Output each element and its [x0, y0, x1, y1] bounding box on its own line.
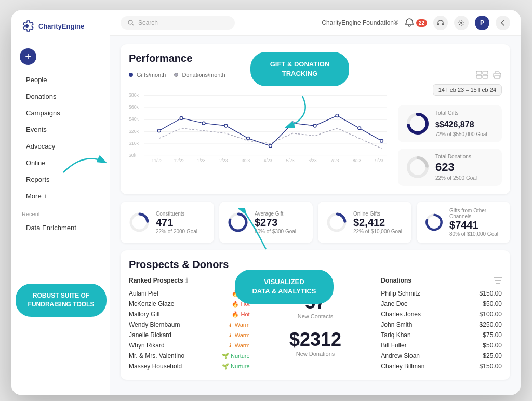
- svg-text:12/22: 12/22: [174, 158, 185, 163]
- constituents-label: Constituents: [156, 211, 197, 217]
- header-right: CharityEngine Foundation® 22: [322, 16, 510, 30]
- back-button[interactable]: [496, 16, 510, 30]
- svg-text:$80k: $80k: [129, 92, 139, 98]
- svg-point-32: [336, 114, 339, 117]
- profile-button[interactable]: P: [475, 16, 489, 30]
- grid-icon[interactable]: [476, 71, 488, 79]
- svg-point-27: [224, 124, 228, 127]
- notification-area[interactable]: 22: [405, 18, 427, 28]
- svg-text:2/23: 2/23: [219, 158, 228, 163]
- svg-line-2: [132, 24, 134, 25]
- sidebar-item-data-enrichment[interactable]: Data Enrichment: [16, 220, 105, 236]
- search-icon: [128, 20, 134, 26]
- svg-point-29: [269, 144, 272, 148]
- online-gifts-goal: 22% of $10,000 Goal: [353, 229, 402, 234]
- sidebar-item-online[interactable]: Online: [16, 155, 105, 171]
- total-gifts-goal: 72% of $550,000 Goal: [435, 131, 487, 137]
- donations-col-title: Donations: [381, 277, 411, 284]
- sidebar-item-people[interactable]: People: [16, 72, 105, 88]
- svg-rect-3: [437, 23, 439, 25]
- ranked-item-5: Whyn Rikard 🌡 Warm: [129, 340, 250, 351]
- sidebar-item-donations[interactable]: Donations: [16, 88, 105, 104]
- ranked-item-3: Wendy Biernbaum 🌡 Warm: [129, 319, 250, 330]
- ranked-item-7: Massey Household 🌱 Nurture: [129, 361, 250, 371]
- other-channels-goal: 80% of $10,000 Goal: [449, 231, 503, 237]
- back-icon: [499, 19, 507, 26]
- donation-item-0: Philip Schmitz $150.00: [381, 288, 502, 299]
- legend-gifts: Gifts/month: [129, 72, 166, 78]
- svg-text:11/22: 11/22: [152, 158, 163, 163]
- svg-point-24: [157, 129, 161, 132]
- donation-item-6: Andrew Sloan $25.00: [381, 351, 502, 361]
- svg-rect-4: [442, 23, 444, 25]
- other-channels-label: Gifts from Other Channels: [449, 208, 503, 219]
- sidebar-item-campaigns[interactable]: Campaigns: [16, 105, 105, 121]
- donations-donut: [405, 155, 430, 180]
- donation-item-7: Charley Billman $150.00: [381, 361, 502, 371]
- donations-col: Donations Philip Schmitz $150.00: [381, 277, 502, 371]
- sidebar-item-advocacy[interactable]: Advocacy: [16, 138, 105, 154]
- sidebar: CharityEngine + People Donations Campaig…: [11, 10, 110, 395]
- svg-text:$20k: $20k: [129, 129, 139, 134]
- legend-dot-gifts: [129, 73, 133, 77]
- search-bar[interactable]: Search: [121, 16, 235, 30]
- total-donations-label: Total Donations: [435, 154, 477, 159]
- other-channels-value: $7441: [449, 219, 503, 231]
- settings-button[interactable]: [454, 16, 469, 30]
- sidebar-nav: People Donations Campaigns Events Advoca…: [11, 71, 110, 205]
- svg-text:5/23: 5/23: [286, 158, 295, 163]
- svg-text:$10k: $10k: [129, 141, 139, 146]
- online-gifts-value: $2,412: [353, 217, 402, 229]
- legend-donations: Donations/month: [174, 72, 225, 78]
- metric-constituents: Constituents 471 22% of 2000 Goal: [121, 202, 214, 243]
- org-name: CharityEngine Foundation®: [322, 19, 398, 26]
- app-container: CharityEngine + People Donations Campaig…: [11, 10, 521, 395]
- badge-hot-2: 🔥 Hot: [232, 311, 249, 318]
- total-gifts-label: Total Gifts: [435, 110, 487, 116]
- add-button[interactable]: +: [20, 48, 36, 65]
- headphone-icon-button[interactable]: [433, 16, 448, 30]
- recent-label: Recent: [11, 205, 110, 219]
- online-gifts-donut: [325, 211, 348, 234]
- annotation-gift-tracking: GIFT & DONATIONTRACKING: [250, 52, 349, 86]
- date-range-selector[interactable]: 14 Feb 23 – 15 Feb 24: [433, 84, 502, 96]
- settings-icon: [458, 19, 465, 26]
- gear-icon: [20, 19, 34, 33]
- search-placeholder: Search: [138, 19, 158, 26]
- constituents-value: 471: [156, 217, 197, 229]
- filter-icon[interactable]: [494, 277, 502, 284]
- svg-point-31: [313, 124, 316, 127]
- svg-text:1/23: 1/23: [197, 158, 205, 163]
- svg-point-26: [202, 122, 205, 125]
- chart-grid: $80k $60k $40k $20k $10k $0k: [129, 84, 502, 186]
- constituents-donut: [128, 211, 151, 234]
- logo-text: CharityEngine: [38, 22, 84, 30]
- badge-warm-3: 🌡 Warm: [228, 322, 250, 328]
- new-contacts-label: New Contacts: [298, 313, 333, 319]
- avg-gift-value: $273: [255, 217, 296, 229]
- other-channels-donut: [424, 211, 444, 234]
- print-icon[interactable]: [493, 71, 502, 79]
- svg-point-5: [460, 22, 462, 24]
- gifts-donut: [405, 111, 430, 136]
- total-donations-card: Total Donations 623 22% of 2500 Goal: [398, 149, 502, 186]
- donation-item-3: John Smith $250.00: [381, 319, 502, 330]
- sidebar-item-more[interactable]: More +: [16, 188, 105, 204]
- metric-avg-gift: Average Gift $273 80% of $300 Goal: [219, 202, 313, 243]
- ranked-item-1: McKenzie Glaze 🔥 Hot: [129, 299, 250, 309]
- svg-point-34: [380, 139, 383, 142]
- sidebar-item-events[interactable]: Events: [16, 122, 105, 138]
- header: Search CharityEngine Foundation® 22: [110, 10, 521, 36]
- svg-text:$40k: $40k: [129, 116, 139, 122]
- info-icon[interactable]: ℹ: [185, 277, 188, 284]
- svg-text:3/23: 3/23: [242, 158, 250, 163]
- avg-gift-donut: [227, 211, 249, 234]
- ranked-item-2: Mallory Gill 🔥 Hot: [129, 309, 250, 319]
- svg-text:4/23: 4/23: [264, 158, 272, 163]
- badge-warm-4: 🌡 Warm: [228, 332, 250, 338]
- metric-other-channels: Gifts from Other Channels $7441 80% of $…: [417, 202, 510, 243]
- new-donations-value: $2312: [289, 329, 341, 351]
- sidebar-item-reports[interactable]: Reports: [16, 171, 105, 188]
- line-chart: $80k $60k $40k $20k $10k $0k: [129, 84, 392, 167]
- legend-dot-donations: [174, 73, 178, 77]
